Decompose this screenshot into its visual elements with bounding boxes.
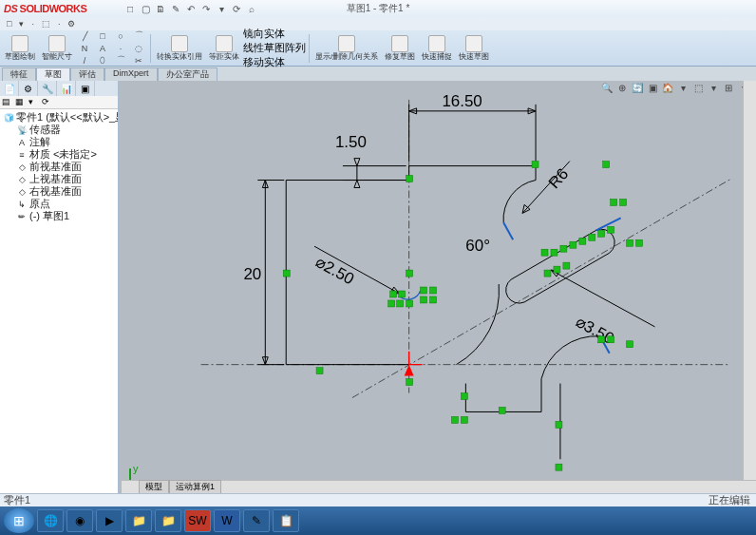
tab-model[interactable]: 模型 (139, 480, 169, 494)
sketch-button[interactable]: 草图绘制 (2, 31, 38, 66)
svg-rect-27 (603, 162, 610, 168)
quick-snap-button[interactable]: 快速捕捉 (419, 31, 455, 66)
fillet-tool-icon[interactable]: ⌒ (112, 55, 129, 67)
svg-text:20: 20 (243, 265, 261, 283)
dimension-1.50[interactable]: 1.50 (335, 133, 406, 188)
menu-item[interactable]: ⚙ (65, 19, 78, 29)
menu-item[interactable]: ⬚ (39, 19, 53, 29)
tab-dimxpert[interactable]: DimXpert (104, 67, 158, 81)
taskbar-browser-icon[interactable]: 🌐 (37, 509, 64, 532)
smart-dimension-button[interactable]: 智能尺寸 (39, 31, 75, 66)
taskbar-explorer2-icon[interactable]: 📁 (155, 509, 181, 532)
svg-rect-40 (430, 296, 437, 303)
svg-rect-55 (620, 199, 627, 205)
svg-rect-25 (406, 176, 413, 182)
tree-filter-icon[interactable]: ▤ (2, 97, 13, 108)
dimension-20[interactable]: 20 (243, 181, 284, 365)
arc-tool-icon[interactable]: ⌒ (130, 30, 147, 42)
linear-pattern-button[interactable]: 线性草图阵列 (243, 41, 306, 55)
tree-display-icon[interactable]: ▦ (15, 97, 27, 108)
graphics-viewport[interactable]: 🔍 ⊕ 🔄 ▣ 🏠 ▾ ⬚ ▾ ⊞ ▾ (119, 81, 756, 506)
spline-tool-icon[interactable]: N (76, 43, 93, 54)
svg-rect-54 (611, 199, 617, 205)
dimension-16.50[interactable]: 16.50 (409, 92, 536, 162)
svg-rect-59 (461, 393, 467, 400)
svg-rect-45 (579, 238, 586, 244)
panel-tab-display-icon[interactable]: ▣ (76, 81, 95, 96)
taskbar-solidworks-icon[interactable]: SW (184, 509, 211, 532)
feature-tree[interactable]: 🧊零件1 (默认<<默认>_显示状态 📡传感器 A注解 ≡材质 <未指定> ◇前… (0, 109, 118, 493)
rapid-sketch-button[interactable]: 快速草图 (456, 31, 492, 66)
tab-evaluate[interactable]: 评估 (70, 67, 104, 81)
taskbar-app-icon[interactable]: ◉ (66, 509, 93, 532)
dimension-dia2.50[interactable]: ⌀2.50 (312, 246, 400, 294)
tab-motion-study[interactable]: 运动算例1 (169, 480, 221, 494)
rect-tool-icon[interactable]: □ (94, 30, 111, 42)
svg-rect-38 (430, 287, 437, 294)
svg-rect-63 (556, 464, 562, 470)
panel-tab-strip: 📄 ⚙ 🔧 📊 ▣ (0, 81, 118, 96)
sketch-canvas[interactable]: 16.50 1.50 R6 60° ⌀2.50 (119, 81, 756, 506)
taskbar-pencil-icon[interactable]: ✎ (243, 509, 270, 532)
centerline-tool-icon[interactable]: / (76, 55, 93, 67)
vertical-scrollbar[interactable] (743, 81, 756, 506)
qat-options-icon[interactable]: ⌕ (245, 2, 258, 15)
point-tool-icon[interactable]: · (112, 43, 129, 54)
dimension-60deg[interactable]: 60° (465, 237, 490, 255)
qat-open-icon[interactable]: ▢ (139, 2, 152, 15)
svg-rect-41 (541, 249, 548, 256)
convert-entities-button[interactable]: 转换实体引用 (154, 31, 205, 66)
repair-sketch-button[interactable]: 修复草图 (382, 31, 418, 66)
panel-tab-feature-icon[interactable]: 📄 (0, 81, 19, 96)
line-tool-icon[interactable]: ╱ (76, 30, 93, 42)
move-entities-button[interactable]: 移动实体 (243, 55, 306, 69)
panel-tab-dim-icon[interactable]: 📊 (57, 81, 76, 96)
qat-save-icon[interactable]: 🗎 (154, 2, 167, 15)
start-button[interactable]: ⊞ (4, 508, 34, 533)
svg-rect-53 (636, 239, 643, 246)
text-tool-icon[interactable]: A (94, 43, 111, 54)
taskbar-explorer-icon[interactable]: 📁 (125, 509, 152, 532)
taskbar-notes-icon[interactable]: 📋 (273, 509, 299, 532)
slot-tool-icon[interactable]: ⬯ (94, 55, 111, 67)
svg-rect-43 (560, 245, 567, 252)
menu-item[interactable]: □ (4, 19, 14, 29)
trim-tool-icon[interactable]: ✂ (130, 55, 147, 67)
svg-rect-31 (406, 379, 413, 386)
qat-new-icon[interactable]: □ (123, 2, 137, 15)
qat-redo-icon[interactable]: ↷ (199, 2, 213, 15)
display-relations-button[interactable]: 显示/删除几何关系 (312, 31, 381, 66)
mirror-entities-button[interactable]: 镜向实体 (243, 27, 306, 41)
tree-refresh-icon[interactable]: ⟳ (42, 97, 53, 108)
qat-print-icon[interactable]: ✎ (169, 2, 182, 15)
circle-tool-icon[interactable]: ○ (112, 30, 129, 42)
tree-item-sketch1[interactable]: ✏(-) 草图1 (15, 210, 116, 222)
tab-office[interactable]: 办公室产品 (158, 67, 217, 81)
svg-rect-36 (406, 300, 413, 307)
svg-rect-32 (390, 291, 397, 297)
command-tabs: 特征 草图 评估 DimXpert 办公室产品 (0, 67, 756, 81)
tab-features[interactable]: 特征 (2, 67, 36, 81)
svg-text:60°: 60° (465, 237, 490, 255)
svg-rect-51 (608, 226, 614, 233)
panel-tab-config-icon[interactable]: 🔧 (38, 81, 57, 96)
panel-tab-property-icon[interactable]: ⚙ (19, 81, 38, 96)
menu-item[interactable]: · (28, 19, 37, 29)
taskbar-media-icon[interactable]: ▶ (96, 509, 123, 532)
offset-entities-button[interactable]: 等距实体 (206, 31, 242, 66)
status-bar: 零件1 正在编辑 (0, 493, 756, 506)
qat-dropdown-icon[interactable]: ▾ (215, 2, 228, 15)
qat-rebuild-icon[interactable]: ⟳ (230, 2, 243, 15)
dimension-R6[interactable]: R6 (522, 162, 572, 214)
svg-rect-61 (461, 416, 467, 423)
tab-sketch[interactable]: 草图 (36, 67, 70, 81)
menu-item[interactable]: · (55, 19, 64, 29)
ellipse-tool-icon[interactable]: ◌ (130, 43, 147, 54)
qat-undo-icon[interactable]: ↶ (184, 2, 198, 15)
taskbar-word-icon[interactable]: W (214, 509, 240, 532)
tree-dropdown-icon[interactable]: ▾ (28, 97, 40, 108)
svg-rect-60 (451, 416, 458, 423)
svg-rect-35 (397, 300, 404, 307)
menu-item[interactable]: ▾ (16, 19, 27, 29)
svg-line-22 (503, 222, 513, 239)
